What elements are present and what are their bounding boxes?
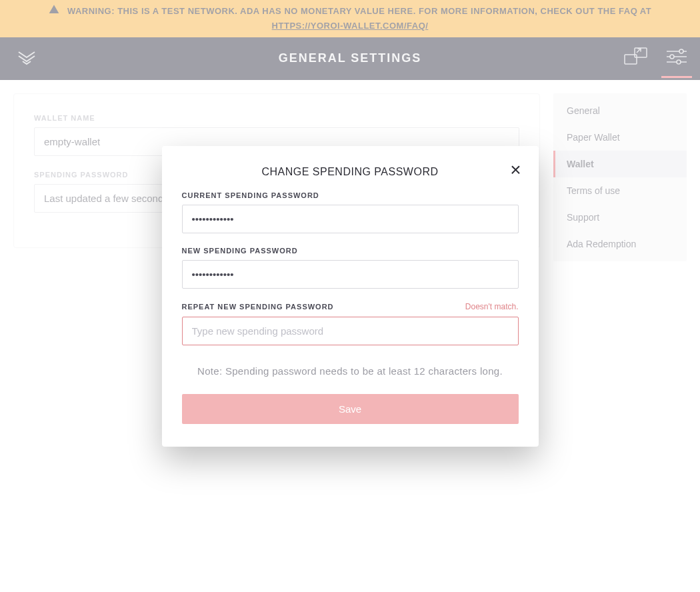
save-button[interactable]: Save (182, 394, 519, 424)
modal-title: CHANGE SPENDING PASSWORD (182, 166, 519, 178)
current-password-input[interactable] (182, 205, 519, 233)
modal-overlay[interactable]: CHANGE SPENDING PASSWORD × CURRENT SPEND… (0, 0, 700, 592)
password-note: Note: Spending password needs to be at l… (182, 365, 519, 377)
new-password-input[interactable] (182, 260, 519, 289)
label-text: REPEAT NEW SPENDING PASSWORD (182, 303, 334, 311)
label-text: NEW SPENDING PASSWORD (182, 247, 298, 255)
close-icon[interactable]: × (510, 161, 521, 179)
repeat-password-input[interactable] (182, 317, 519, 345)
repeat-password-error: Doesn't match. (465, 302, 519, 311)
change-password-modal: CHANGE SPENDING PASSWORD × CURRENT SPEND… (162, 146, 539, 447)
new-password-label: NEW SPENDING PASSWORD (182, 247, 519, 255)
current-password-label: CURRENT SPENDING PASSWORD (182, 191, 519, 199)
label-text: CURRENT SPENDING PASSWORD (182, 191, 319, 199)
repeat-password-label: REPEAT NEW SPENDING PASSWORD Doesn't mat… (182, 302, 519, 311)
